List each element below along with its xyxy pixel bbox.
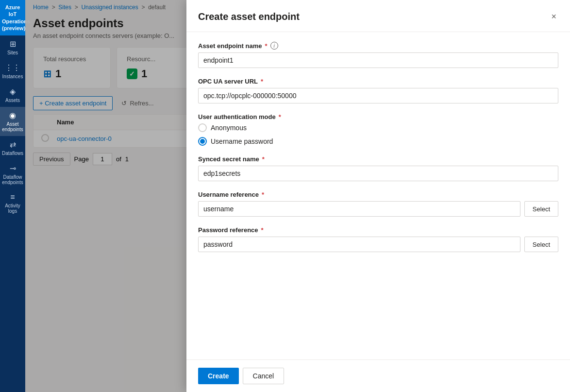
username-password-radio-item[interactable]: Username password	[198, 137, 558, 146]
create-button[interactable]: Create	[198, 368, 239, 384]
required-indicator: *	[261, 226, 264, 234]
app-title: Azure IoT Operations (preview)	[0, 0, 25, 35]
create-asset-endpoint-dialog: Create asset endpoint × Asset endpoint n…	[186, 0, 570, 392]
opc-ua-server-url-group: OPC UA server URL *	[198, 78, 558, 103]
user-auth-mode-group: User authentication mode * Anonymous Use…	[198, 113, 558, 146]
username-password-radio[interactable]	[198, 137, 207, 146]
dialog-body: Asset endpoint name * i OPC UA server UR…	[186, 32, 570, 359]
asset-endpoints-icon: ◉	[9, 111, 16, 120]
username-reference-group: Username reference * Select	[198, 191, 558, 217]
sidebar-item-dataflow-endpoints[interactable]: ⊸ Dataflow endpoints	[0, 160, 25, 189]
synced-secret-name-group: Synced secret name *	[198, 155, 558, 181]
sidebar-item-asset-endpoints[interactable]: ◉ Asset endpoints	[0, 107, 25, 136]
synced-secret-name-input[interactable]	[198, 166, 558, 181]
asset-endpoint-name-label: Asset endpoint name * i	[198, 42, 558, 50]
opc-ua-server-url-input[interactable]	[198, 88, 558, 103]
required-indicator: *	[265, 42, 267, 50]
sidebar-item-assets[interactable]: ◈ Assets	[0, 83, 25, 107]
sidebar-item-label: Assets	[5, 98, 20, 103]
info-icon[interactable]: i	[270, 42, 278, 50]
sidebar-item-sites[interactable]: ⊞ Sites	[0, 35, 25, 59]
activity-logs-icon: ≡	[10, 193, 15, 202]
asset-endpoint-name-input[interactable]	[198, 52, 558, 68]
instances-icon: ⋮⋮	[5, 63, 20, 72]
user-auth-mode-label: User authentication mode *	[198, 113, 558, 120]
dialog-close-button[interactable]: ×	[549, 10, 558, 24]
sidebar-item-instances[interactable]: ⋮⋮ Instances	[0, 59, 25, 83]
username-reference-label: Username reference *	[198, 191, 558, 198]
sidebar-item-label: Instances	[2, 74, 23, 79]
username-password-label: Username password	[211, 137, 273, 145]
required-indicator: *	[262, 155, 265, 163]
sidebar-item-label: Dataflow endpoints	[2, 174, 23, 185]
required-indicator: *	[261, 78, 263, 85]
password-select-button[interactable]: Select	[524, 237, 558, 252]
sites-icon: ⊞	[10, 39, 16, 49]
dialog-title: Create asset endpoint	[198, 11, 300, 22]
opc-ua-server-url-label: OPC UA server URL *	[198, 78, 558, 85]
password-reference-label: Password reference *	[198, 226, 558, 234]
synced-secret-name-label: Synced secret name *	[198, 155, 558, 163]
required-indicator: *	[279, 113, 281, 120]
username-select-button[interactable]: Select	[524, 201, 558, 217]
password-reference-input-group: Select	[198, 237, 558, 252]
cancel-button[interactable]: Cancel	[243, 368, 285, 384]
sidebar: Azure IoT Operations (preview) ⊞ Sites ⋮…	[0, 0, 25, 392]
asset-endpoint-name-group: Asset endpoint name * i	[198, 42, 558, 68]
password-reference-group: Password reference * Select	[198, 226, 558, 252]
dataflows-icon: ⇄	[10, 140, 16, 149]
auth-mode-radio-group: Anonymous Username password	[198, 123, 558, 146]
username-reference-input-group: Select	[198, 201, 558, 217]
password-reference-input[interactable]	[198, 237, 520, 252]
anonymous-radio-item[interactable]: Anonymous	[198, 123, 558, 132]
username-reference-input[interactable]	[198, 201, 520, 217]
dataflow-endpoints-icon: ⊸	[10, 164, 16, 173]
sidebar-item-dataflows[interactable]: ⇄ Dataflows	[0, 136, 25, 160]
anonymous-label: Anonymous	[211, 124, 247, 132]
sidebar-item-label: Activity logs	[2, 203, 23, 214]
dialog-header: Create asset endpoint ×	[186, 0, 570, 32]
dialog-footer: Create Cancel	[186, 359, 570, 392]
sidebar-item-label: Dataflows	[2, 151, 23, 156]
sidebar-item-label: Asset endpoints	[2, 121, 23, 132]
assets-icon: ◈	[10, 87, 16, 96]
sidebar-item-activity-logs[interactable]: ≡ Activity logs	[0, 189, 25, 218]
required-indicator: *	[262, 191, 264, 198]
sidebar-item-label: Sites	[7, 50, 18, 55]
anonymous-radio[interactable]	[198, 123, 207, 132]
